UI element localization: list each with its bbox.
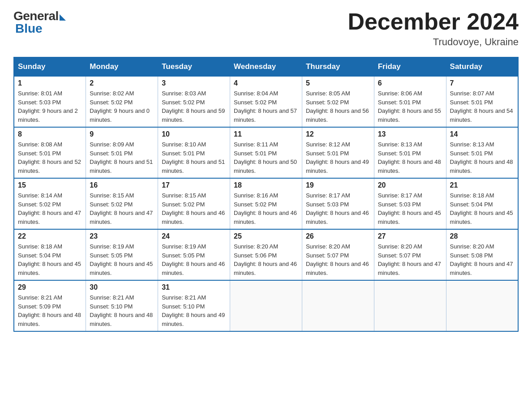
daylight-text: Daylight: 8 hours and 48 minutes. — [378, 158, 442, 175]
day-info: Sunrise: 8:14 AMSunset: 5:02 PMDaylight:… — [18, 191, 82, 226]
sunrise-text: Sunrise: 8:17 AM — [378, 191, 442, 200]
sunset-text: Sunset: 5:01 PM — [18, 149, 82, 158]
daylight-text: Daylight: 9 hours and 2 minutes. — [18, 107, 82, 124]
sunrise-text: Sunrise: 8:18 AM — [450, 191, 514, 200]
sunrise-text: Sunrise: 8:10 AM — [162, 140, 226, 149]
day-number: 8 — [18, 130, 82, 138]
calendar-cell — [302, 280, 374, 331]
calendar-cell: 30Sunrise: 8:21 AMSunset: 5:10 PMDayligh… — [86, 280, 158, 331]
calendar-cell: 31Sunrise: 8:21 AMSunset: 5:10 PMDayligh… — [158, 280, 230, 331]
sunset-text: Sunset: 5:05 PM — [162, 251, 226, 260]
daylight-text: Daylight: 8 hours and 45 minutes. — [450, 209, 514, 226]
day-number: 5 — [306, 79, 370, 87]
calendar-header-monday: Monday — [86, 57, 158, 76]
page-header: General Blue December 2024 Trudovoye, Uk… — [13, 9, 519, 48]
daylight-text: Daylight: 8 hours and 57 minutes. — [234, 107, 298, 124]
daylight-text: Daylight: 8 hours and 47 minutes. — [18, 209, 82, 226]
day-number: 23 — [90, 232, 154, 240]
sunset-text: Sunset: 5:07 PM — [378, 251, 442, 260]
calendar-cell: 26Sunrise: 8:20 AMSunset: 5:07 PMDayligh… — [302, 229, 374, 280]
calendar-cell: 8Sunrise: 8:08 AMSunset: 5:01 PMDaylight… — [14, 127, 86, 178]
calendar-cell: 25Sunrise: 8:20 AMSunset: 5:06 PMDayligh… — [230, 229, 302, 280]
logo: General Blue — [13, 9, 66, 36]
day-info: Sunrise: 8:21 AMSunset: 5:09 PMDaylight:… — [18, 293, 82, 328]
calendar-cell: 21Sunrise: 8:18 AMSunset: 5:04 PMDayligh… — [446, 178, 518, 229]
daylight-text: Daylight: 8 hours and 47 minutes. — [90, 209, 154, 226]
sunrise-text: Sunrise: 8:21 AM — [162, 293, 226, 302]
calendar-cell: 3Sunrise: 8:03 AMSunset: 5:02 PMDaylight… — [158, 76, 230, 127]
sunrise-text: Sunrise: 8:07 AM — [450, 89, 514, 98]
calendar-week-row: 29Sunrise: 8:21 AMSunset: 5:09 PMDayligh… — [14, 280, 518, 331]
day-info: Sunrise: 8:17 AMSunset: 5:03 PMDaylight:… — [306, 191, 370, 226]
day-info: Sunrise: 8:17 AMSunset: 5:03 PMDaylight:… — [378, 191, 442, 226]
sunrise-text: Sunrise: 8:16 AM — [234, 191, 298, 200]
day-info: Sunrise: 8:20 AMSunset: 5:08 PMDaylight:… — [450, 242, 514, 277]
sunrise-text: Sunrise: 8:14 AM — [18, 191, 82, 200]
calendar-cell: 13Sunrise: 8:13 AMSunset: 5:01 PMDayligh… — [374, 127, 446, 178]
sunset-text: Sunset: 5:02 PM — [234, 200, 298, 209]
day-info: Sunrise: 8:21 AMSunset: 5:10 PMDaylight:… — [162, 293, 226, 328]
sunset-text: Sunset: 5:02 PM — [90, 98, 154, 107]
calendar-cell: 14Sunrise: 8:13 AMSunset: 5:01 PMDayligh… — [446, 127, 518, 178]
calendar-cell: 17Sunrise: 8:15 AMSunset: 5:02 PMDayligh… — [158, 178, 230, 229]
sunrise-text: Sunrise: 8:12 AM — [306, 140, 370, 149]
day-number: 4 — [234, 79, 298, 87]
daylight-text: Daylight: 8 hours and 46 minutes. — [162, 260, 226, 277]
calendar-header-sunday: Sunday — [14, 57, 86, 76]
calendar-header-thursday: Thursday — [302, 57, 374, 76]
logo-blue-text: Blue — [13, 21, 43, 36]
day-number: 10 — [162, 130, 226, 138]
daylight-text: Daylight: 8 hours and 45 minutes. — [378, 209, 442, 226]
sunrise-text: Sunrise: 8:13 AM — [378, 140, 442, 149]
day-info: Sunrise: 8:02 AMSunset: 5:02 PMDaylight:… — [90, 89, 154, 124]
day-info: Sunrise: 8:19 AMSunset: 5:05 PMDaylight:… — [162, 242, 226, 277]
daylight-text: Daylight: 8 hours and 51 minutes. — [162, 158, 226, 175]
day-number: 17 — [162, 181, 226, 189]
sunset-text: Sunset: 5:01 PM — [162, 149, 226, 158]
day-info: Sunrise: 8:01 AMSunset: 5:03 PMDaylight:… — [18, 89, 82, 124]
calendar-cell: 4Sunrise: 8:04 AMSunset: 5:02 PMDaylight… — [230, 76, 302, 127]
day-info: Sunrise: 8:03 AMSunset: 5:02 PMDaylight:… — [162, 89, 226, 124]
calendar-week-row: 15Sunrise: 8:14 AMSunset: 5:02 PMDayligh… — [14, 178, 518, 229]
sunset-text: Sunset: 5:02 PM — [306, 98, 370, 107]
sunset-text: Sunset: 5:02 PM — [90, 200, 154, 209]
sunset-text: Sunset: 5:01 PM — [450, 149, 514, 158]
sunrise-text: Sunrise: 8:19 AM — [90, 242, 154, 251]
day-info: Sunrise: 8:09 AMSunset: 5:01 PMDaylight:… — [90, 140, 154, 175]
day-info: Sunrise: 8:04 AMSunset: 5:02 PMDaylight:… — [234, 89, 298, 124]
day-info: Sunrise: 8:18 AMSunset: 5:04 PMDaylight:… — [450, 191, 514, 226]
calendar-cell: 12Sunrise: 8:12 AMSunset: 5:01 PMDayligh… — [302, 127, 374, 178]
sunrise-text: Sunrise: 8:04 AM — [234, 89, 298, 98]
sunrise-text: Sunrise: 8:19 AM — [162, 242, 226, 251]
daylight-text: Daylight: 8 hours and 46 minutes. — [234, 209, 298, 226]
daylight-text: Daylight: 9 hours and 0 minutes. — [90, 107, 154, 124]
sunset-text: Sunset: 5:01 PM — [378, 98, 442, 107]
sunrise-text: Sunrise: 8:11 AM — [234, 140, 298, 149]
day-info: Sunrise: 8:20 AMSunset: 5:07 PMDaylight:… — [306, 242, 370, 277]
sunrise-text: Sunrise: 8:21 AM — [90, 293, 154, 302]
sunrise-text: Sunrise: 8:20 AM — [378, 242, 442, 251]
day-number: 15 — [18, 181, 82, 189]
sunrise-text: Sunrise: 8:18 AM — [18, 242, 82, 251]
day-info: Sunrise: 8:18 AMSunset: 5:04 PMDaylight:… — [18, 242, 82, 277]
day-number: 11 — [234, 130, 298, 138]
sunrise-text: Sunrise: 8:06 AM — [378, 89, 442, 98]
sunset-text: Sunset: 5:04 PM — [18, 251, 82, 260]
sunset-text: Sunset: 5:03 PM — [378, 200, 442, 209]
day-number: 9 — [90, 130, 154, 138]
day-info: Sunrise: 8:19 AMSunset: 5:05 PMDaylight:… — [90, 242, 154, 277]
day-info: Sunrise: 8:20 AMSunset: 5:07 PMDaylight:… — [378, 242, 442, 277]
daylight-text: Daylight: 8 hours and 46 minutes. — [306, 260, 370, 277]
daylight-text: Daylight: 8 hours and 55 minutes. — [378, 107, 442, 124]
calendar-cell — [230, 280, 302, 331]
calendar-cell: 19Sunrise: 8:17 AMSunset: 5:03 PMDayligh… — [302, 178, 374, 229]
sunset-text: Sunset: 5:03 PM — [18, 98, 82, 107]
day-info: Sunrise: 8:15 AMSunset: 5:02 PMDaylight:… — [162, 191, 226, 226]
day-number: 18 — [234, 181, 298, 189]
day-number: 31 — [162, 283, 226, 291]
calendar-week-row: 8Sunrise: 8:08 AMSunset: 5:01 PMDaylight… — [14, 127, 518, 178]
calendar-cell: 2Sunrise: 8:02 AMSunset: 5:02 PMDaylight… — [86, 76, 158, 127]
sunset-text: Sunset: 5:04 PM — [450, 200, 514, 209]
day-info: Sunrise: 8:12 AMSunset: 5:01 PMDaylight:… — [306, 140, 370, 175]
calendar-cell: 5Sunrise: 8:05 AMSunset: 5:02 PMDaylight… — [302, 76, 374, 127]
